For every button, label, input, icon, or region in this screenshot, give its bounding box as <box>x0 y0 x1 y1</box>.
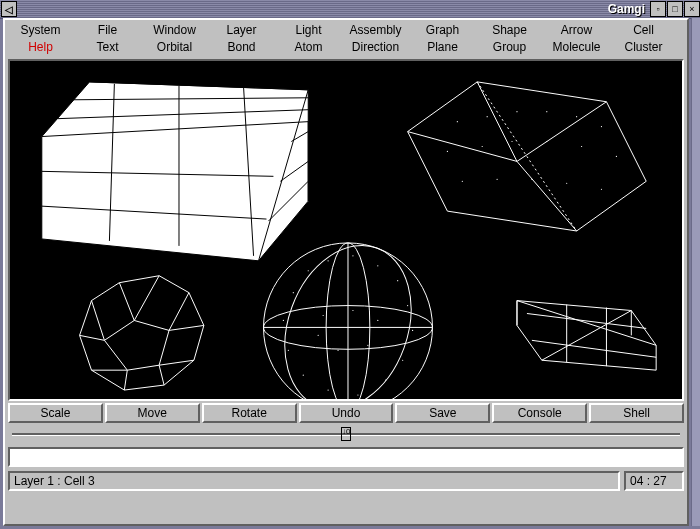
svg-point-65 <box>318 335 319 336</box>
menu-bar: System File Window Layer Light Assembly … <box>5 20 687 58</box>
menu-window[interactable]: Window <box>141 22 208 39</box>
menu-help[interactable]: Help <box>7 39 74 56</box>
svg-point-22 <box>457 121 458 122</box>
maximize-button[interactable]: □ <box>667 1 683 17</box>
menu-cluster[interactable]: Cluster <box>610 39 677 56</box>
svg-point-36 <box>531 179 532 180</box>
menu-group[interactable]: Group <box>476 39 543 56</box>
tool-save[interactable]: Save <box>395 403 490 423</box>
desktop-panel-strip <box>691 18 700 526</box>
svg-point-46 <box>328 260 329 261</box>
slider-handle[interactable]: ↓0 <box>341 427 351 441</box>
tool-scale[interactable]: Scale <box>8 403 103 423</box>
svg-point-34 <box>462 181 463 182</box>
svg-point-59 <box>293 292 294 293</box>
svg-point-50 <box>407 305 408 306</box>
menu-arrow[interactable]: Arrow <box>543 22 610 39</box>
menu-file[interactable]: File <box>74 22 141 39</box>
svg-point-58 <box>283 320 284 321</box>
shape-cuboid-white <box>42 82 308 261</box>
svg-point-52 <box>402 360 403 361</box>
status-bar: Layer 1 : Cell 3 04 : 27 <box>8 471 684 491</box>
svg-point-47 <box>352 255 353 256</box>
svg-point-49 <box>397 280 398 281</box>
svg-marker-1 <box>42 82 308 261</box>
menu-system[interactable]: System <box>7 22 74 39</box>
menu-orbital[interactable]: Orbital <box>141 39 208 56</box>
tool-row: Scale Move Rotate Undo Save Console Shel… <box>8 403 684 423</box>
menu-direction[interactable]: Direction <box>342 39 409 56</box>
svg-point-63 <box>367 345 368 346</box>
svg-point-28 <box>447 151 448 152</box>
menu-shape[interactable]: Shape <box>476 22 543 39</box>
window-titlebar: ◁ Gamgi ▫ □ × <box>0 0 700 19</box>
svg-point-62 <box>377 320 378 321</box>
svg-point-55 <box>328 389 329 390</box>
svg-point-31 <box>546 141 547 142</box>
menu-light[interactable]: Light <box>275 22 342 39</box>
svg-point-26 <box>576 116 577 117</box>
svg-point-35 <box>497 179 498 180</box>
svg-point-25 <box>546 111 547 112</box>
window-title: Gamgi <box>608 2 649 16</box>
svg-point-64 <box>337 350 338 351</box>
tool-shell[interactable]: Shell <box>589 403 684 423</box>
tool-undo[interactable]: Undo <box>299 403 394 423</box>
menu-assembly[interactable]: Assembly <box>342 22 409 39</box>
svg-point-61 <box>352 310 353 311</box>
menu-text[interactable]: Text <box>74 39 141 56</box>
command-row <box>8 447 684 467</box>
svg-point-38 <box>601 189 602 190</box>
status-right: 04 : 27 <box>624 471 684 491</box>
svg-point-57 <box>288 350 289 351</box>
svg-point-45 <box>308 270 309 271</box>
value-slider[interactable]: ↓0 <box>8 425 684 443</box>
tool-rotate[interactable]: Rotate <box>202 403 297 423</box>
menu-bond[interactable]: Bond <box>208 39 275 56</box>
svg-point-51 <box>412 330 413 331</box>
svg-point-24 <box>516 111 517 112</box>
svg-point-48 <box>377 265 378 266</box>
svg-point-33 <box>616 156 617 157</box>
close-button[interactable]: × <box>684 1 700 17</box>
svg-point-23 <box>487 116 488 117</box>
svg-point-37 <box>566 183 567 184</box>
svg-point-53 <box>385 380 386 381</box>
menu-plane[interactable]: Plane <box>409 39 476 56</box>
window-menu-button[interactable]: ◁ <box>1 1 17 17</box>
svg-point-56 <box>303 375 304 376</box>
viewport-3d[interactable] <box>10 61 682 399</box>
tool-move[interactable]: Move <box>105 403 200 423</box>
menu-molecule[interactable]: Molecule <box>543 39 610 56</box>
svg-point-54 <box>357 394 358 395</box>
menu-graph[interactable]: Graph <box>409 22 476 39</box>
menu-layer[interactable]: Layer <box>208 22 275 39</box>
minimize-button[interactable]: ▫ <box>650 1 666 17</box>
desktop: ◁ Gamgi ▫ □ × System File Window Layer L… <box>0 0 700 529</box>
svg-point-32 <box>581 146 582 147</box>
viewport-frame <box>8 59 684 401</box>
svg-point-29 <box>482 146 483 147</box>
command-input[interactable] <box>8 447 684 467</box>
svg-point-60 <box>323 315 324 316</box>
svg-point-27 <box>601 126 602 127</box>
tool-console[interactable]: Console <box>492 403 587 423</box>
svg-point-30 <box>511 141 512 142</box>
main-window: System File Window Layer Light Assembly … <box>3 18 689 526</box>
menu-atom[interactable]: Atom <box>275 39 342 56</box>
menu-cell[interactable]: Cell <box>610 22 677 39</box>
status-left: Layer 1 : Cell 3 <box>8 471 620 491</box>
